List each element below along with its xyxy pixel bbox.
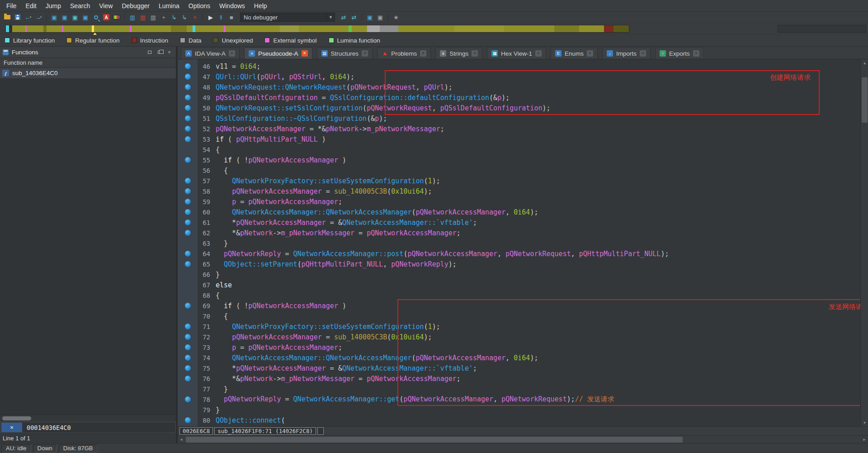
navband-zoom-area[interactable]	[778, 25, 866, 33]
breakpoint-dot[interactable]	[185, 115, 191, 121]
pause-debugger-icon[interactable]: ‖	[217, 13, 226, 22]
code-line-56[interactable]: 56 {	[178, 165, 860, 176]
tab-close-icon[interactable]: ×	[640, 50, 646, 57]
step-over-icon[interactable]: ⇄	[349, 13, 359, 22]
open-file-icon[interactable]	[3, 13, 12, 22]
breakpoint-gutter[interactable]	[178, 324, 198, 329]
code-line-77[interactable]: 77 }	[178, 384, 860, 394]
code-line-62[interactable]: 62 *&pNetwork->m_pNetworkMessager = pQNe…	[178, 228, 860, 238]
breakpoint-gutter[interactable]	[178, 251, 198, 257]
menu-item-edit[interactable]: Edit	[21, 1, 41, 11]
functions-panel-titlebar[interactable]: Functions ×	[0, 47, 176, 58]
address-clear-button[interactable]: ×	[1, 423, 22, 432]
breakpoint-dot[interactable]	[185, 74, 191, 80]
breakpoint-dot[interactable]	[185, 84, 191, 90]
code-line-60[interactable]: 60 QNetworkAccessManager::QNetworkAccess…	[178, 207, 860, 217]
call-graph-icon[interactable]: ▣	[81, 13, 90, 22]
breakpoint-gutter[interactable]	[178, 334, 198, 340]
pseudocode-view[interactable]: 46v11 = 0i64;47QUrl::QUrl(pQUrl, pQStrUr…	[178, 59, 860, 426]
breakpoint-gutter[interactable]	[178, 95, 198, 100]
code-line-80[interactable]: 80QObject::connect(	[178, 415, 860, 425]
tab-hex-view-1[interactable]: ▦Hex View-1×	[487, 48, 546, 59]
menu-item-help[interactable]: Help	[250, 1, 272, 11]
navigate-forward-icon[interactable]: →▾	[34, 13, 43, 22]
navigation-band[interactable]	[5, 25, 629, 33]
start-debugger-icon[interactable]: ▶	[206, 13, 215, 22]
code-line-79[interactable]: 79}	[178, 405, 860, 415]
code-line-71[interactable]: 71 QNetworkProxyFactory::setUseSystemCon…	[178, 321, 860, 332]
breakpoint-gutter[interactable]	[178, 396, 198, 402]
breakpoint-gutter[interactable]	[178, 219, 198, 225]
tab-close-icon[interactable]: ×	[302, 50, 308, 57]
code-vscrollbar[interactable]: ▲ ▼	[860, 59, 868, 426]
breakpoint-dot[interactable]	[185, 126, 191, 132]
panel-restore-icon[interactable]	[146, 49, 153, 56]
tab-close-icon[interactable]: ×	[587, 50, 593, 57]
code-line-46[interactable]: 46v11 = 0i64;	[178, 61, 860, 72]
chevron-down-icon[interactable]: ▼	[326, 13, 335, 21]
code-line-57[interactable]: 57 QNetworkProxyFactory::setUseSystemCon…	[178, 176, 860, 186]
tab-pseudocode-a[interactable]: ≡Pseudocode-A×	[244, 48, 312, 59]
graph-overview-icon[interactable]: ▣	[60, 13, 69, 22]
breakpoint-gutter[interactable]	[178, 417, 198, 423]
code-line-59[interactable]: 59 p = pQNetworkAccessManager;	[178, 196, 860, 207]
breakpoint-gutter[interactable]	[178, 84, 198, 90]
function-name-column-header[interactable]: Function name	[0, 58, 176, 68]
menu-item-debugger[interactable]: Debugger	[117, 1, 154, 11]
breakpoint-dot[interactable]	[185, 261, 191, 267]
debugger-select[interactable]: No debugger ▼	[240, 13, 335, 22]
breakpoint-dot[interactable]	[185, 376, 191, 381]
breakpoint-dot[interactable]	[185, 396, 191, 402]
code-line-72[interactable]: 72 pQNetworkAccessManager = sub_140005C3…	[178, 332, 860, 342]
breakpoint-dot[interactable]	[185, 95, 191, 100]
tab-close-icon[interactable]: ×	[229, 50, 235, 57]
save-icon[interactable]	[13, 13, 22, 22]
code-line-74[interactable]: 74 QNetworkAccessManager::QNetworkAccess…	[178, 353, 860, 363]
code-line-51[interactable]: 51QSslConfiguration::~QSslConfiguration(…	[178, 113, 860, 124]
breakpoint-gutter[interactable]	[178, 355, 198, 361]
desktop-icon[interactable]: ▣	[376, 13, 385, 22]
graph-view-icon[interactable]: ▣	[50, 13, 59, 22]
menu-item-options[interactable]: Options	[184, 1, 215, 11]
breakpoint-dot[interactable]	[185, 417, 191, 423]
code-line-53[interactable]: 53if ( pQHttpMultiPart_NULL )	[178, 134, 860, 144]
code-line-73[interactable]: 73 p = pQNetworkAccessManager;	[178, 342, 860, 353]
code-line-52[interactable]: 52pQNetworkAccessManager = *&pNetwork->m…	[178, 124, 860, 134]
code-line-76[interactable]: 76 *&pNetwork->m_pNetworkMessager = pQNe…	[178, 373, 860, 384]
snapshot-icon[interactable]: ★	[392, 13, 401, 22]
breakpoint-gutter[interactable]	[178, 74, 198, 80]
tab-close-icon[interactable]: ×	[693, 50, 699, 57]
code-line-78[interactable]: 78 pQNetworkReply = QNetworkAccessManage…	[178, 394, 860, 405]
breakpoint-dot[interactable]	[185, 157, 191, 163]
tab-exports[interactable]: ↑Exports×	[655, 48, 704, 59]
jump-xref-icon[interactable]: ↳	[170, 13, 179, 22]
breakpoint-gutter[interactable]	[178, 261, 198, 267]
breakpoint-gutter[interactable]	[178, 344, 198, 350]
flow-chart-icon[interactable]: ▣	[71, 13, 80, 22]
colors-icon[interactable]	[112, 13, 121, 22]
breakpoint-gutter[interactable]	[178, 126, 198, 132]
code-line-55[interactable]: 55 if ( !pQNetworkAccessManager )	[178, 155, 860, 165]
tab-close-icon[interactable]: ×	[535, 50, 542, 57]
tab-problems[interactable]: ▲Problems×	[377, 48, 431, 59]
code-line-47[interactable]: 47QUrl::QUrl(pQUrl, pQStrUrl, 0i64);	[178, 72, 860, 82]
code-line-67[interactable]: 67else	[178, 280, 860, 290]
code-line-69[interactable]: 69 if ( !pQNetworkAccessManager )	[178, 300, 860, 311]
breakpoint-gutter[interactable]	[178, 376, 198, 381]
breakpoint-gutter[interactable]	[178, 157, 198, 163]
undefine-icon[interactable]: ×	[190, 13, 199, 22]
code-line-54[interactable]: 54{	[178, 144, 860, 155]
chart-icon[interactable]: ▥	[128, 13, 137, 22]
tab-strings[interactable]: sStrings×	[435, 48, 482, 59]
breakpoint-dot[interactable]	[185, 355, 191, 361]
breakpoint-gutter[interactable]	[178, 178, 198, 184]
tab-imports[interactable]: ↓Imports×	[602, 48, 651, 59]
breakpoint-dot[interactable]	[185, 344, 191, 350]
tab-ida-view-a[interactable]: AIDA View-A×	[181, 48, 240, 59]
breakpoint-gutter[interactable]	[178, 105, 198, 111]
function-row[interactable]: fsub_14036E4C0	[0, 68, 176, 78]
code-line-70[interactable]: 70 {	[178, 311, 860, 321]
code-line-50[interactable]: 50QNetworkRequest::setSslConfiguration(p…	[178, 103, 860, 113]
code-line-48[interactable]: 48QNetworkRequest::QNetworkRequest(pQNet…	[178, 82, 860, 92]
vscroll-thumb[interactable]	[862, 77, 868, 123]
